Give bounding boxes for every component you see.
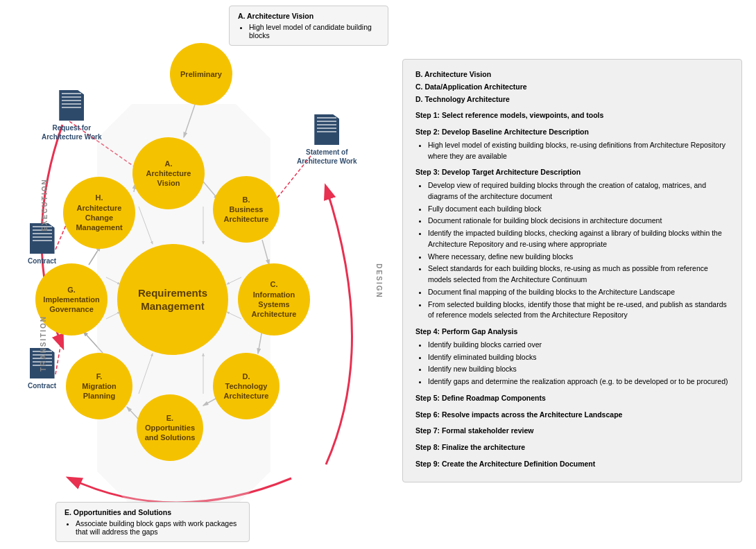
bottom-callout-list: Associate building block gaps with work … bbox=[65, 519, 241, 536]
step3-list: Develop view of required building blocks… bbox=[415, 180, 729, 321]
right-plain-d: D. Technology Architecture bbox=[415, 94, 729, 105]
svg-line-13 bbox=[139, 354, 153, 394]
top-callout-item: High level model of candidate building b… bbox=[249, 23, 379, 40]
step4-item-4: Identify gaps and determine the realizat… bbox=[428, 376, 729, 387]
svg-line-6 bbox=[83, 331, 103, 353]
step4-item-1: Identify building blocks carried over bbox=[428, 340, 729, 351]
svg-line-5 bbox=[127, 407, 139, 419]
execution-label: EXECUTION bbox=[41, 178, 49, 231]
right-plain-c: C. Data/Application Architecture bbox=[415, 82, 729, 93]
design-label: DESIGN bbox=[375, 263, 383, 298]
step3-item-4: Identify the impacted building blocks, c… bbox=[428, 228, 729, 250]
step5-title: Step 5: Define Roadmap Components bbox=[415, 393, 729, 404]
svg-line-0 bbox=[184, 103, 196, 137]
svg-line-14 bbox=[106, 312, 120, 319]
business-architecture-circle: B.BusinessArchitecture bbox=[213, 176, 280, 243]
step3-item-1: Develop view of required building blocks… bbox=[428, 180, 729, 202]
step4-item-2: Identify eliminated building blocks bbox=[428, 352, 729, 363]
right-plain-b: B. Architecture Vision bbox=[415, 69, 729, 80]
step8-title: Step 8: Finalize the architecture bbox=[415, 442, 729, 453]
step3-item-8: From selected building blocks, identify … bbox=[428, 299, 729, 322]
preliminary-circle: Preliminary bbox=[170, 43, 232, 105]
step4-list: Identify building blocks carried over Id… bbox=[415, 340, 729, 387]
migration-planning-circle: F.MigrationPlanning bbox=[66, 353, 132, 419]
step3-item-2: Fully document each building block bbox=[428, 204, 729, 215]
svg-line-16 bbox=[139, 207, 153, 244]
step2-title: Step 2: Develop Baseline Architecture De… bbox=[415, 127, 729, 138]
svg-line-10 bbox=[227, 277, 241, 284]
svg-line-7 bbox=[89, 246, 101, 265]
svg-line-15 bbox=[106, 277, 120, 284]
top-callout-list: High level model of candidate building b… bbox=[238, 23, 379, 40]
step3-item-3: Document rationale for building block de… bbox=[428, 216, 729, 227]
doc-statement-icon: Statement ofArchitecture Work bbox=[297, 114, 357, 166]
step3-item-6: Select standards for each building block… bbox=[428, 263, 729, 286]
information-systems-circle: C.InformationSystemsArchitecture bbox=[238, 263, 310, 336]
step3-item-7: Document final mapping of the building b… bbox=[428, 287, 729, 298]
doc-request-icon: Request forArchitecture Work bbox=[42, 90, 102, 141]
svg-line-19 bbox=[55, 225, 66, 250]
bottom-callout-title: E. Opportunities and Solutions bbox=[65, 508, 241, 516]
bottom-callout-item: Associate building block gaps with work … bbox=[76, 519, 241, 536]
diagram-area: Preliminary A.ArchitectureVision B.Busin… bbox=[0, 0, 395, 549]
step4-item-3: Identify new building blocks bbox=[428, 364, 729, 375]
step2-list: High level model of existing building bl… bbox=[415, 140, 729, 162]
svg-line-11 bbox=[227, 312, 241, 319]
bottom-callout-box: E. Opportunities and Solutions Associate… bbox=[55, 502, 250, 542]
step1-title: Step 1: Select reference models, viewpoi… bbox=[415, 110, 729, 121]
step2-item: High level model of existing building bl… bbox=[428, 140, 729, 162]
top-callout-box: A. Architecture Vision High level model … bbox=[229, 6, 388, 46]
svg-line-2 bbox=[262, 240, 269, 265]
step4-title: Step 4: Perform Gap Analysis bbox=[415, 326, 729, 338]
opportunities-circle: E.Opportunitiesand Solutions bbox=[137, 394, 203, 461]
right-panel: B. Architecture Vision C. Data/Applicati… bbox=[402, 59, 742, 482]
step9-title: Step 9: Create the Architecture Definiti… bbox=[415, 459, 729, 470]
architecture-change-circle: H.ArchitectureChangeManagement bbox=[63, 177, 135, 249]
step3-item-5: Where necessary, define new building blo… bbox=[428, 252, 729, 263]
top-callout-title: A. Architecture Vision bbox=[238, 12, 379, 20]
architecture-vision-circle: A.ArchitectureVision bbox=[132, 137, 205, 209]
step6-title: Step 6: Resolve impacts across the Archi… bbox=[415, 410, 729, 421]
step7-title: Step 7: Formal stakeholder review bbox=[415, 426, 729, 437]
technology-architecture-circle: D.TechnologyArchitecture bbox=[213, 353, 280, 419]
step3-title: Step 3: Develop Target Architecture Desc… bbox=[415, 167, 729, 178]
requirements-management-circle: RequirementsManagement bbox=[117, 244, 228, 355]
transition-label: TRANSITION bbox=[40, 315, 47, 372]
